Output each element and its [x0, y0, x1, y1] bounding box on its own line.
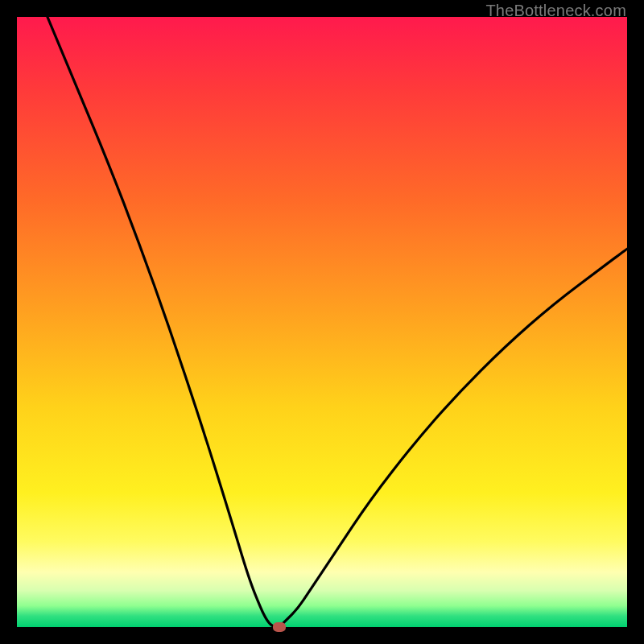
plot-area	[17, 17, 627, 627]
chart-frame: TheBottleneck.com	[0, 0, 644, 644]
bottleneck-curve	[17, 17, 627, 627]
optimal-point-marker	[273, 622, 286, 632]
watermark-text: TheBottleneck.com	[485, 2, 626, 20]
